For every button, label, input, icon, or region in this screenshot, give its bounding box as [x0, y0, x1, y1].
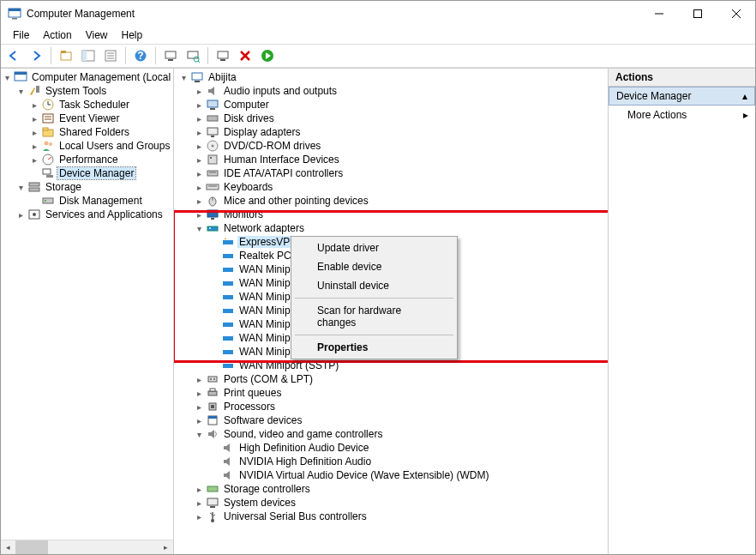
event-viewer[interactable]: Event Viewer — [57, 112, 121, 124]
twisty-icon[interactable]: ▾ — [15, 181, 27, 193]
toolbar-scan-button[interactable] — [183, 46, 202, 65]
category-ide[interactable]: IDE ATA/ATAPI controllers — [222, 167, 345, 179]
twisty-icon[interactable]: ▸ — [28, 126, 40, 138]
twisty-icon[interactable]: ▸ — [28, 112, 40, 124]
twisty-icon[interactable]: ▸ — [193, 85, 205, 97]
show-hide-tree-button[interactable] — [79, 46, 98, 65]
menu-help[interactable]: Help — [115, 27, 150, 43]
svg-rect-56 — [211, 136, 214, 137]
sound-device-item[interactable]: NVIDIA High Definition Audio — [237, 455, 373, 468]
more-actions[interactable]: More Actions ▸ — [609, 106, 755, 124]
twisty-icon[interactable]: ▾ — [15, 85, 27, 97]
close-button[interactable] — [717, 1, 755, 27]
actions-section[interactable]: Device Manager ▴ — [609, 87, 755, 106]
collapse-icon[interactable]: ▴ — [742, 90, 747, 102]
category-disk[interactable]: Disk drives — [222, 112, 276, 124]
category-hid[interactable]: Human Interface Devices — [222, 154, 341, 166]
twisty-icon[interactable]: ▸ — [193, 195, 205, 207]
category-keyboards[interactable]: Keyboards — [222, 181, 274, 193]
twisty-icon[interactable]: ▸ — [193, 140, 205, 152]
forward-button[interactable] — [27, 46, 45, 65]
device-tree-pane[interactable]: ▾ Abijita ▸Audio inputs and outputs ▸Com… — [174, 69, 608, 554]
twisty-icon[interactable]: ▸ — [193, 401, 205, 413]
twisty-icon[interactable]: ▸ — [193, 112, 205, 124]
category-processors[interactable]: Processors — [222, 401, 277, 413]
twisty-icon[interactable]: ▾ — [1, 71, 13, 83]
device-manager[interactable]: Device Manager — [57, 167, 135, 179]
twisty-icon[interactable]: ▸ — [193, 126, 205, 138]
twisty-icon[interactable]: ▸ — [193, 208, 205, 220]
storage[interactable]: Storage — [44, 181, 83, 193]
svg-point-49 — [33, 213, 36, 216]
category-software[interactable]: Software devices — [222, 414, 303, 426]
twisty-icon[interactable]: ▸ — [28, 154, 40, 166]
local-users-groups[interactable]: Local Users and Groups — [57, 140, 171, 152]
uninstall-button[interactable] — [236, 46, 255, 65]
disk-management[interactable]: Disk Management — [57, 195, 144, 207]
twisty-icon[interactable]: ▸ — [28, 99, 40, 111]
twisty-icon[interactable]: ▾ — [193, 428, 205, 440]
twisty-icon[interactable]: ▾ — [177, 71, 189, 83]
category-print[interactable]: Print queues — [222, 387, 283, 399]
category-sound[interactable]: Sound, video and game controllers — [222, 428, 384, 440]
category-display[interactable]: Display adapters — [222, 126, 302, 138]
twisty-icon[interactable]: ▸ — [193, 497, 205, 509]
twisty-icon[interactable]: ▸ — [193, 414, 205, 426]
maximize-button[interactable] — [678, 1, 717, 27]
console-tree-pane[interactable]: ▾ Computer Management (Local ▾ System To… — [1, 69, 174, 554]
scroll-right-icon[interactable]: ▸ — [159, 540, 173, 555]
menu-properties[interactable]: Properties — [293, 338, 455, 357]
category-dvd[interactable]: DVD/CD-ROM drives — [222, 140, 322, 152]
performance[interactable]: Performance — [57, 154, 120, 166]
menu-enable-device[interactable]: Enable device — [293, 257, 455, 276]
menu-scan-hardware[interactable]: Scan for hardware changes — [293, 301, 455, 332]
system-tools[interactable]: System Tools — [44, 85, 108, 97]
help-button[interactable]: ? — [131, 46, 150, 65]
device-root[interactable]: Abijita — [207, 71, 238, 83]
properties-button[interactable] — [101, 46, 120, 65]
scrollbar-horizontal[interactable]: ◂ ▸ — [1, 540, 173, 554]
task-scheduler[interactable]: Task Scheduler — [57, 99, 131, 111]
services-applications[interactable]: Services and Applications — [44, 208, 165, 220]
tree-root[interactable]: Computer Management (Local — [30, 71, 172, 83]
svg-rect-74 — [223, 281, 233, 286]
twisty-icon[interactable]: ▸ — [193, 510, 205, 522]
toolbar-device-button[interactable] — [213, 46, 232, 65]
twisty-icon[interactable]: ▸ — [193, 387, 205, 399]
scroll-thumb[interactable] — [15, 540, 48, 555]
category-usb[interactable]: Universal Serial Bus controllers — [222, 510, 369, 522]
toolbar-icon-a[interactable] — [161, 46, 180, 65]
twisty-icon[interactable]: ▸ — [193, 99, 205, 111]
category-computer[interactable]: Computer — [222, 99, 271, 111]
menu-action[interactable]: Action — [36, 27, 78, 43]
sound-device-item[interactable]: High Definition Audio Device — [237, 442, 370, 454]
network-icon — [206, 221, 219, 235]
back-button[interactable] — [4, 46, 23, 65]
shared-folders[interactable]: Shared Folders — [57, 126, 131, 138]
category-monitors[interactable]: Monitors — [222, 208, 265, 220]
twisty-icon[interactable]: ▸ — [193, 483, 205, 495]
minimize-button[interactable] — [639, 1, 678, 27]
twisty-icon[interactable]: ▸ — [28, 140, 40, 152]
menu-uninstall-device[interactable]: Uninstall device — [293, 276, 455, 295]
up-button[interactable] — [57, 46, 75, 65]
category-audio[interactable]: Audio inputs and outputs — [222, 85, 339, 97]
enable-button[interactable] — [258, 46, 277, 65]
twisty-icon[interactable]: ▸ — [193, 154, 205, 166]
category-system-devices[interactable]: System devices — [222, 497, 297, 509]
scroll-left-icon[interactable]: ◂ — [1, 540, 15, 555]
category-mice[interactable]: Mice and other pointing devices — [222, 195, 370, 207]
menu-update-driver[interactable]: Update driver — [293, 238, 455, 257]
twisty-icon[interactable]: ▸ — [193, 167, 205, 179]
menu-view[interactable]: View — [79, 27, 115, 43]
sound-device-item[interactable]: NVIDIA Virtual Audio Device (Wave Extens… — [237, 469, 490, 481]
twisty-icon[interactable]: ▾ — [193, 222, 205, 234]
twisty-icon[interactable]: ▸ — [15, 208, 27, 220]
twisty-icon[interactable]: ▸ — [193, 373, 205, 385]
network-adapter-item[interactable]: WAN Miniport (SSTP) — [237, 359, 340, 371]
twisty-icon[interactable]: ▸ — [193, 181, 205, 193]
menu-file[interactable]: File — [6, 27, 36, 43]
category-ports[interactable]: Ports (COM & LPT) — [222, 373, 315, 385]
category-network[interactable]: Network adapters — [222, 222, 306, 234]
category-storage-controllers[interactable]: Storage controllers — [222, 483, 312, 495]
